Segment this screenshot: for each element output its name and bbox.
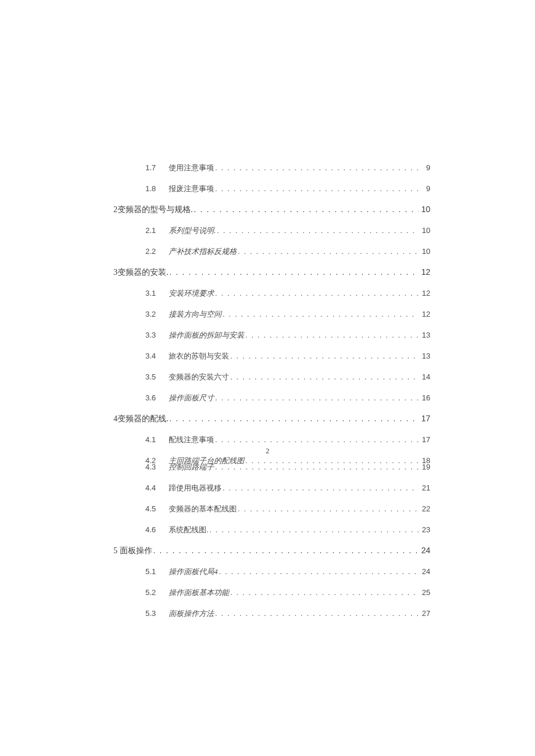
toc-entry: 3.4旅衣的苏朝与安装13 (145, 351, 430, 361)
toc-number: 3.6 (145, 393, 163, 402)
toc-page-ref: 24 (420, 546, 430, 555)
toc-entry: 5.1操作面板代局424 (145, 567, 430, 577)
toc-page-ref: 12 (420, 310, 430, 318)
toc-section-label: 4变频器的配线. (113, 414, 169, 424)
toc-page-ref: 19 (420, 463, 430, 471)
toc-page-1: 1.7使用注意事项91.8报废注意事项92变频器的型号与规格.102.1系列型号… (113, 163, 430, 476)
toc-entry: 5.3面板操作方法27 (145, 608, 430, 619)
toc-page-ref: 12 (420, 289, 430, 298)
toc-page-ref: 9 (420, 184, 430, 193)
toc-title: 面板操作方法 (169, 608, 214, 619)
toc-page-ref: 12 (420, 267, 430, 277)
toc-page-ref: 9 (420, 163, 430, 172)
toc-leader (194, 205, 419, 214)
toc-title: 操作面板基本功能 (169, 587, 229, 598)
toc-number: 4.5 (145, 504, 163, 513)
toc-entry: 3.1安装环境要求12 (145, 288, 430, 299)
toc-page-ref: 21 (420, 483, 430, 492)
toc-title: 变频器的安装六寸 (169, 372, 229, 382)
toc-title: 报废注意事项 (169, 184, 214, 194)
toc-leader (238, 247, 419, 256)
toc-leader (230, 372, 419, 382)
toc-title: 接装方向与空间 (169, 309, 222, 320)
toc-leader (223, 310, 419, 319)
toc-number: 4.4 (145, 483, 163, 492)
toc-entry: 3.6操作面板尺寸16 (145, 393, 430, 403)
toc-title: 操作面板代局4 (169, 567, 218, 577)
toc-number: 4.6 (145, 525, 163, 534)
toc-section-label: 3变频器的安装. (113, 267, 169, 278)
toc-title: 操作面板尺寸 (169, 393, 214, 403)
toc-page-ref: 13 (420, 331, 430, 339)
toc-page-ref: 16 (420, 393, 430, 402)
toc-entry: 4.3控制回路端子19 (145, 462, 430, 472)
toc-title: 变频器的基本配线图 (169, 504, 237, 514)
page-number: 2 (0, 446, 535, 456)
toc-number: 5.3 (145, 609, 163, 618)
toc-page-ref: 10 (420, 226, 430, 235)
toc-number: 3.1 (145, 289, 163, 298)
toc-section-label: 2变频器的型号与规格. (113, 205, 193, 215)
toc-number: 2.2 (145, 247, 163, 256)
toc-entry: 3.3操作面板的拆卸与安装13 (145, 330, 430, 341)
toc-page-ref: 10 (420, 205, 430, 214)
toc-leader (170, 268, 419, 277)
toc-title: 安装环境要求 (169, 288, 214, 299)
toc-entry: 5 面板操作24 (113, 546, 430, 556)
toc-page-ref: 17 (420, 435, 430, 444)
toc-leader (154, 546, 419, 556)
toc-number: 3.2 (145, 310, 163, 318)
toc-leader (215, 463, 419, 472)
toc-title: 系统配线图. (169, 525, 208, 535)
toc-entry: 4.4蹄使用电器视移21 (145, 483, 430, 493)
toc-entry: 4.5变频器的基本配线图22 (145, 504, 430, 514)
toc-page-ref: 23 (420, 525, 430, 534)
toc-leader (209, 525, 419, 535)
toc-number: 2.1 (145, 226, 163, 235)
toc-entry: 4.1配线注意事项17 (145, 435, 430, 445)
toc-number: 3.4 (145, 352, 163, 360)
toc-entry: 1.7使用注意事项9 (145, 163, 430, 173)
toc-entry: 2变频器的型号与规格.10 (113, 205, 430, 215)
toc-entry: 4变频器的配线.17 (113, 414, 430, 424)
toc-title: 产补技术指标反规格 (169, 246, 237, 257)
toc-leader (170, 414, 419, 424)
toc-page-2: 4.3控制回路端子194.4蹄使用电器视移214.5变频器的基本配线图224.6… (113, 462, 430, 629)
toc-page-ref: 25 (420, 588, 430, 597)
toc-page-ref: 13 (420, 352, 430, 360)
toc-leader (215, 609, 419, 618)
toc-leader (230, 588, 419, 597)
toc-title: 使用注意事项 (169, 163, 214, 173)
toc-number: 5.1 (145, 567, 163, 576)
toc-leader (215, 393, 419, 403)
toc-page-ref: 22 (420, 504, 430, 513)
toc-entry: 1.8报废注意事项9 (145, 184, 430, 194)
toc-number: 3.5 (145, 372, 163, 381)
toc-page-ref: 17 (420, 414, 430, 423)
toc-leader (245, 331, 419, 340)
toc-number: 3.3 (145, 331, 163, 339)
toc-entry: 2.1系列型号说明.10 (145, 225, 430, 236)
toc-number: 4.3 (145, 463, 163, 471)
toc-title: 旅衣的苏朝与安装 (169, 351, 229, 361)
toc-leader (223, 483, 419, 493)
toc-number: 1.8 (145, 184, 163, 193)
toc-title: 配线注意事项 (169, 435, 214, 445)
toc-entry: 4.6系统配线图.23 (145, 525, 430, 535)
toc-title: 蹄使用电器视移 (169, 483, 222, 493)
toc-title: 控制回路端子 (169, 462, 214, 472)
toc-section-label: 5 面板操作 (113, 546, 152, 556)
toc-leader (219, 567, 419, 576)
toc-leader (230, 352, 419, 361)
toc-title: 系列型号说明. (169, 225, 216, 236)
toc-page-ref: 24 (420, 567, 430, 576)
toc-title: 操作面板的拆卸与安装 (169, 330, 244, 341)
toc-leader (238, 504, 419, 514)
toc-leader (215, 435, 419, 445)
toc-page-ref: 27 (420, 609, 430, 618)
toc-number: 5.2 (145, 588, 163, 597)
toc-number: 1.7 (145, 163, 163, 172)
toc-page-ref: 14 (420, 372, 430, 381)
toc-entry: 3.2接装方向与空间12 (145, 309, 430, 320)
toc-entry: 3.5变频器的安装六寸14 (145, 372, 430, 382)
